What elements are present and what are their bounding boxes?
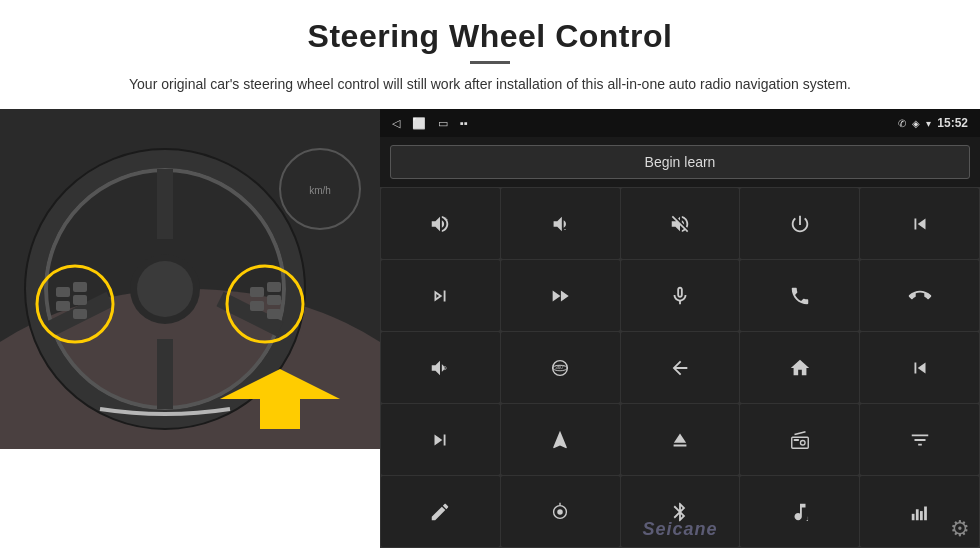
svg-text:km/h: km/h (309, 185, 331, 196)
svg-rect-17 (73, 309, 87, 319)
svg-rect-18 (250, 287, 264, 297)
fastforward-button[interactable] (501, 260, 620, 331)
music-button[interactable]: ♩ (740, 476, 859, 547)
page-subtitle: Your original car's steering wheel contr… (80, 74, 900, 95)
recents-nav-icon[interactable]: ▭ (438, 117, 448, 130)
android-statusbar: ◁ ⬜ ▭ ▪▪ ✆ ◈ ▾ 15:52 (380, 109, 980, 137)
location-status-icon: ◈ (912, 118, 920, 129)
svg-text:♩: ♩ (806, 515, 809, 522)
nav-button[interactable] (501, 404, 620, 475)
svg-rect-14 (56, 301, 70, 311)
notification-icon: ▪▪ (460, 117, 468, 129)
vol-up-button[interactable]: + (381, 188, 500, 259)
status-right: ✆ ◈ ▾ 15:52 (898, 116, 968, 130)
header-section: Steering Wheel Control Your original car… (0, 0, 980, 103)
svg-rect-19 (250, 301, 264, 311)
svg-rect-41 (920, 511, 923, 520)
skip-fwd-button[interactable] (381, 404, 500, 475)
svg-rect-13 (56, 287, 70, 297)
horn-button[interactable]: ⊕ (381, 332, 500, 403)
svg-point-36 (557, 509, 563, 515)
controls-grid: + - (380, 187, 980, 548)
pen-button[interactable] (381, 476, 500, 547)
power-button[interactable] (740, 188, 859, 259)
mute-button[interactable] (621, 188, 740, 259)
svg-rect-21 (267, 295, 281, 305)
bluetooth-button[interactable] (621, 476, 740, 547)
phone-button[interactable] (740, 260, 859, 331)
page-title: Steering Wheel Control (60, 18, 920, 55)
android-panel: ◁ ⬜ ▭ ▪▪ ✆ ◈ ▾ 15:52 Begin learn (380, 109, 980, 548)
status-left: ◁ ⬜ ▭ ▪▪ (392, 117, 468, 130)
svg-point-10 (137, 261, 193, 317)
wifi-status-icon: ▾ (926, 118, 931, 129)
time-display: 15:52 (937, 116, 968, 130)
begin-learn-row: Begin learn (380, 137, 980, 187)
eject-button[interactable] (621, 404, 740, 475)
svg-rect-20 (267, 282, 281, 292)
svg-rect-22 (267, 309, 281, 319)
svg-rect-16 (73, 295, 87, 305)
steering-wheel-image: km/h (0, 109, 380, 449)
begin-learn-button[interactable]: Begin learn (390, 145, 970, 179)
title-divider (470, 61, 510, 64)
svg-text:⊕: ⊕ (442, 363, 447, 370)
content-row: km/h ◁ ⬜ ▭ ▪▪ ✆ ◈ ▾ 15:52 (0, 109, 980, 548)
svg-rect-39 (911, 513, 914, 519)
home-nav-icon[interactable]: ⬜ (412, 117, 426, 130)
svg-rect-34 (793, 439, 799, 441)
svg-text:-: - (564, 224, 567, 233)
svg-rect-40 (915, 509, 918, 520)
svg-text:+: + (444, 215, 448, 224)
page-container: Steering Wheel Control Your original car… (0, 0, 980, 548)
prev-track-button[interactable] (860, 188, 979, 259)
mic-button[interactable] (621, 260, 740, 331)
svg-rect-42 (924, 506, 927, 520)
svg-point-33 (800, 440, 805, 445)
back-button[interactable] (621, 332, 740, 403)
radio-button[interactable] (740, 404, 859, 475)
gear-icon[interactable]: ⚙ (950, 516, 970, 542)
vol-down-button[interactable]: - (501, 188, 620, 259)
skip-prev-button[interactable] (860, 332, 979, 403)
phone-status-icon: ✆ (898, 118, 906, 129)
back-nav-icon[interactable]: ◁ (392, 117, 400, 130)
eq-button[interactable] (860, 404, 979, 475)
settings-knob-button[interactable] (501, 476, 620, 547)
next-button[interactable] (381, 260, 500, 331)
svg-rect-15 (73, 282, 87, 292)
hangup-button[interactable] (860, 260, 979, 331)
camera-360-button[interactable]: 360° (501, 332, 620, 403)
home-button[interactable] (740, 332, 859, 403)
